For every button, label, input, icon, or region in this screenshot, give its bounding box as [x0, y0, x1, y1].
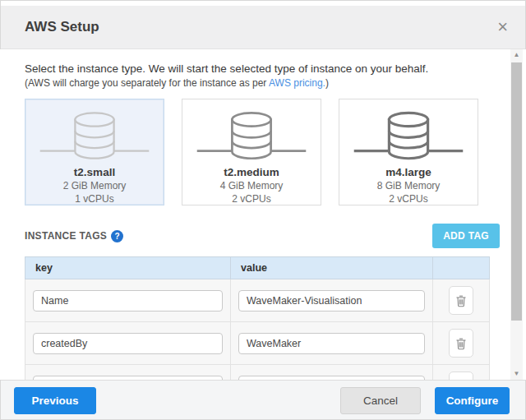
dialog-body: Select the instance type. We will start … [0, 49, 526, 380]
database-icon [190, 108, 313, 164]
instance-memory: 4 GiB Memory [220, 180, 284, 192]
instance-memory: 8 GiB Memory [377, 180, 441, 192]
close-icon[interactable]: × [492, 16, 513, 38]
dialog-header: AWS Setup × [0, 6, 526, 49]
table-row [25, 365, 490, 381]
vertical-scrollbar[interactable]: ▲ ▼ [510, 49, 523, 380]
delete-tag-button[interactable] [449, 329, 473, 358]
instance-name: t2.medium [224, 166, 279, 178]
instance-tags-bar: INSTANCE TAGS ? ADD TAG [25, 224, 489, 248]
table-row [25, 279, 490, 322]
cancel-button[interactable]: Cancel [340, 387, 421, 414]
tag-value-input[interactable] [238, 376, 425, 381]
dialog-title: AWS Setup [25, 19, 99, 35]
trash-icon [455, 380, 467, 381]
pricing-note-prefix: (AWS will charge you separately for the … [25, 77, 269, 89]
pricing-note: (AWS will charge you separately for the … [25, 77, 489, 89]
aws-pricing-link[interactable]: AWS pricing. [269, 77, 325, 89]
instance-name: m4.large [385, 166, 431, 178]
database-icon [33, 108, 156, 164]
instance-vcpus: 1 vCPUs [75, 193, 113, 205]
intro-text: Select the instance type. We will start … [25, 62, 489, 75]
instance-vcpus: 2 vCPUs [232, 193, 270, 205]
column-header-key: key [25, 257, 231, 279]
aws-setup-dialog: AWS Setup × Select the instance type. We… [0, 0, 526, 420]
instance-tags-label: INSTANCE TAGS [25, 230, 107, 242]
column-header-value: value [231, 257, 433, 279]
dialog-footer: Previous Cancel Configure [0, 380, 526, 420]
table-header-row: key value [25, 257, 490, 279]
instance-card-t2-medium[interactable]: t2.medium 4 GiB Memory 2 vCPUs [182, 99, 321, 205]
pricing-note-suffix: ) [325, 77, 329, 89]
database-icon [347, 108, 470, 164]
scroll-down-icon[interactable]: ▼ [510, 370, 523, 377]
scroll-up-icon[interactable]: ▲ [510, 51, 523, 58]
previous-button[interactable]: Previous [14, 387, 96, 414]
tag-key-input[interactable] [33, 290, 223, 312]
trash-icon [455, 294, 467, 307]
table-row [25, 322, 490, 365]
trash-icon [455, 337, 467, 350]
instance-type-cards: t2.small 2 GiB Memory 1 vCPUs t2.medium … [25, 99, 489, 205]
tag-key-input[interactable] [33, 376, 223, 381]
tag-value-input[interactable] [238, 290, 425, 312]
instance-memory: 2 GiB Memory [63, 180, 127, 192]
instance-tags-table: key value [25, 256, 490, 380]
tag-key-input[interactable] [33, 333, 223, 354]
delete-tag-button[interactable] [449, 372, 473, 380]
instance-vcpus: 2 vCPUs [389, 193, 427, 205]
instance-card-m4-large[interactable]: m4.large 8 GiB Memory 2 vCPUs [339, 99, 478, 205]
tag-value-input[interactable] [238, 333, 425, 354]
configure-button[interactable]: Configure [435, 387, 510, 414]
help-icon[interactable]: ? [111, 230, 123, 242]
instance-name: t2.small [74, 166, 115, 178]
add-tag-button[interactable]: ADD TAG [432, 224, 500, 248]
column-header-actions [433, 257, 490, 279]
delete-tag-button[interactable] [449, 286, 473, 315]
scrollbar-thumb[interactable] [511, 62, 522, 321]
instance-card-t2-small[interactable]: t2.small 2 GiB Memory 1 vCPUs [25, 99, 164, 205]
